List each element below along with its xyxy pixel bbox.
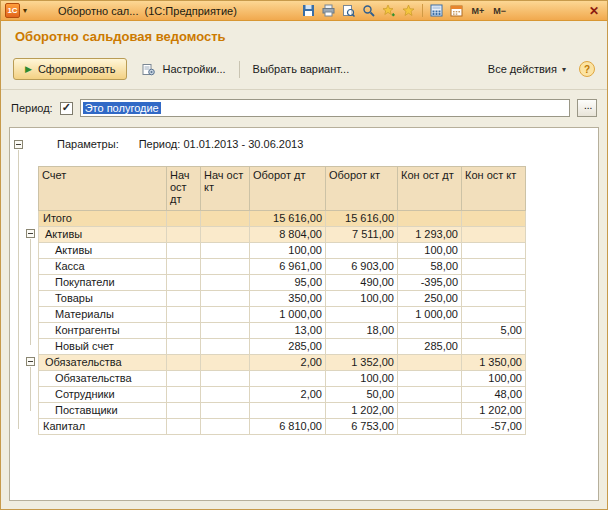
value-cell[interactable]: 48,00 bbox=[462, 387, 526, 403]
value-cell[interactable]: 250,00 bbox=[398, 291, 462, 307]
value-cell[interactable] bbox=[201, 243, 250, 259]
value-cell[interactable] bbox=[167, 259, 201, 275]
value-cell[interactable]: 1 202,00 bbox=[462, 403, 526, 419]
value-cell[interactable] bbox=[201, 371, 250, 387]
value-cell[interactable] bbox=[462, 339, 526, 355]
account-cell[interactable]: Активы bbox=[39, 243, 167, 259]
collapse-assets-toggle minus-icon[interactable] bbox=[26, 229, 35, 238]
column-header[interactable]: Оборот дт bbox=[250, 167, 326, 211]
value-cell[interactable]: 1 000,00 bbox=[250, 307, 326, 323]
value-cell[interactable] bbox=[201, 307, 250, 323]
account-cell[interactable]: Покупатели bbox=[39, 275, 167, 291]
account-cell[interactable]: Активы bbox=[39, 227, 167, 243]
generate-button[interactable]: Сформировать bbox=[13, 58, 127, 80]
save-icon[interactable] bbox=[300, 3, 317, 19]
value-cell[interactable] bbox=[167, 323, 201, 339]
memory-plus-button[interactable]: M+ bbox=[468, 6, 487, 16]
account-cell[interactable]: Итого bbox=[39, 211, 167, 227]
value-cell[interactable]: 350,00 bbox=[250, 291, 326, 307]
value-cell[interactable]: 5,00 bbox=[462, 323, 526, 339]
print-preview-icon[interactable] bbox=[340, 3, 357, 19]
value-cell[interactable] bbox=[167, 355, 201, 371]
search-icon[interactable] bbox=[360, 3, 377, 19]
column-header[interactable]: Кон ост кт bbox=[462, 167, 526, 211]
value-cell[interactable]: 285,00 bbox=[398, 339, 462, 355]
value-cell[interactable] bbox=[201, 355, 250, 371]
account-cell[interactable]: Касса bbox=[39, 259, 167, 275]
value-cell[interactable] bbox=[462, 259, 526, 275]
account-cell[interactable]: Сотрудники bbox=[39, 387, 167, 403]
account-cell[interactable]: Обязательства bbox=[39, 371, 167, 387]
value-cell[interactable] bbox=[462, 307, 526, 323]
calendar-icon[interactable] bbox=[448, 3, 465, 19]
collapse-all-toggle minus-icon[interactable] bbox=[14, 140, 23, 149]
value-cell[interactable]: 100,00 bbox=[398, 243, 462, 259]
value-cell[interactable] bbox=[398, 323, 462, 339]
value-cell[interactable]: 8 804,00 bbox=[250, 227, 326, 243]
value-cell[interactable]: 13,00 bbox=[250, 323, 326, 339]
value-cell[interactable] bbox=[326, 339, 398, 355]
window-menu-chevron-icon[interactable] bbox=[23, 6, 33, 15]
value-cell[interactable] bbox=[167, 371, 201, 387]
value-cell[interactable]: 1 000,00 bbox=[398, 307, 462, 323]
value-cell[interactable] bbox=[167, 419, 201, 435]
value-cell[interactable]: 18,00 bbox=[326, 323, 398, 339]
value-cell[interactable]: 490,00 bbox=[326, 275, 398, 291]
value-cell[interactable] bbox=[201, 227, 250, 243]
value-cell[interactable] bbox=[462, 211, 526, 227]
value-cell[interactable] bbox=[167, 403, 201, 419]
help-button[interactable]: ? bbox=[579, 61, 595, 77]
memory-minus-button[interactable]: M− bbox=[490, 6, 509, 16]
value-cell[interactable] bbox=[167, 291, 201, 307]
value-cell[interactable]: -57,00 bbox=[462, 419, 526, 435]
value-cell[interactable]: 100,00 bbox=[326, 371, 398, 387]
value-cell[interactable] bbox=[462, 275, 526, 291]
value-cell[interactable]: 100,00 bbox=[250, 243, 326, 259]
value-cell[interactable]: 95,00 bbox=[250, 275, 326, 291]
close-button[interactable]: ✕ bbox=[585, 4, 603, 18]
value-cell[interactable] bbox=[326, 243, 398, 259]
account-cell[interactable]: Товары bbox=[39, 291, 167, 307]
collapse-liabilities-toggle minus-icon[interactable] bbox=[26, 357, 35, 366]
value-cell[interactable] bbox=[326, 307, 398, 323]
account-cell[interactable]: Контрагенты bbox=[39, 323, 167, 339]
value-cell[interactable]: 6 903,00 bbox=[326, 259, 398, 275]
value-cell[interactable] bbox=[462, 227, 526, 243]
value-cell[interactable]: 285,00 bbox=[250, 339, 326, 355]
value-cell[interactable]: 1 293,00 bbox=[398, 227, 462, 243]
value-cell[interactable] bbox=[462, 243, 526, 259]
calculator-icon[interactable] bbox=[428, 3, 445, 19]
settings-button[interactable]: Настройки... bbox=[134, 56, 231, 82]
value-cell[interactable] bbox=[201, 275, 250, 291]
column-header[interactable]: Кон ост дт bbox=[398, 167, 462, 211]
value-cell[interactable]: 2,00 bbox=[250, 355, 326, 371]
account-cell[interactable]: Обязательства bbox=[39, 355, 167, 371]
value-cell[interactable] bbox=[201, 419, 250, 435]
value-cell[interactable]: 6 753,00 bbox=[326, 419, 398, 435]
value-cell[interactable] bbox=[201, 387, 250, 403]
value-cell[interactable] bbox=[462, 291, 526, 307]
value-cell[interactable] bbox=[167, 243, 201, 259]
print-icon[interactable] bbox=[320, 3, 337, 19]
value-cell[interactable] bbox=[201, 259, 250, 275]
choose-variant-button[interactable]: Выбрать вариант... bbox=[247, 58, 356, 80]
value-cell[interactable] bbox=[167, 339, 201, 355]
account-cell[interactable]: Материалы bbox=[39, 307, 167, 323]
value-cell[interactable] bbox=[201, 211, 250, 227]
period-checkbox[interactable] bbox=[60, 102, 73, 115]
star-icon[interactable] bbox=[400, 3, 417, 19]
value-cell[interactable] bbox=[167, 211, 201, 227]
period-picker-button[interactable]: ... bbox=[577, 99, 597, 117]
column-header[interactable]: Нач ост дт bbox=[167, 167, 201, 211]
value-cell[interactable]: 6 961,00 bbox=[250, 259, 326, 275]
value-cell[interactable] bbox=[398, 387, 462, 403]
value-cell[interactable]: 58,00 bbox=[398, 259, 462, 275]
value-cell[interactable] bbox=[398, 419, 462, 435]
value-cell[interactable] bbox=[398, 371, 462, 387]
value-cell[interactable] bbox=[167, 307, 201, 323]
value-cell[interactable]: 100,00 bbox=[462, 371, 526, 387]
value-cell[interactable] bbox=[250, 371, 326, 387]
value-cell[interactable]: 15 616,00 bbox=[250, 211, 326, 227]
value-cell[interactable]: 100,00 bbox=[326, 291, 398, 307]
all-actions-button[interactable]: Все действия bbox=[482, 58, 572, 80]
